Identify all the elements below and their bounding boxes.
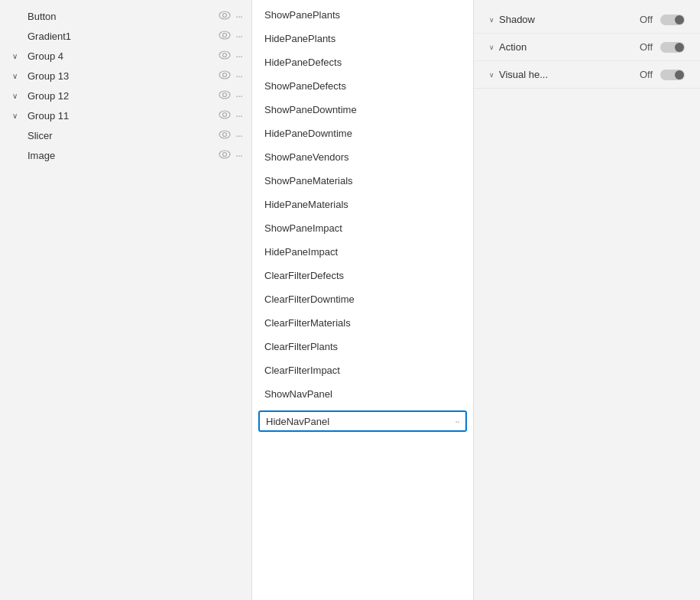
action-item-showpanedefects[interactable]: ShowPaneDefects [252,74,473,98]
property-label-visual-he: Visual he... [499,69,548,80]
svg-point-1 [223,13,227,17]
svg-point-10 [219,111,230,118]
more-options-icon[interactable]: ··· [235,70,242,82]
input-more-icon[interactable]: ·· [455,415,459,427]
property-row-visual-he: ∨Visual he...Off [474,61,700,89]
action-item-clearfilterdefects[interactable]: ClearFilterDefects [252,264,473,287]
property-label-shadow: Shadow [499,14,535,25]
svg-point-14 [219,151,230,158]
svg-point-13 [223,132,227,136]
action-item-showpanevendors[interactable]: ShowPaneVendors [252,145,473,169]
property-label-action: Action [499,41,527,53]
property-toggle-action[interactable] [660,42,685,53]
visibility-icon[interactable] [219,110,231,122]
layer-item-group13[interactable]: ∨Group 13 ··· [0,66,251,86]
layer-label-button: Button [28,11,57,22]
layer-label-group11: Group 11 [28,110,69,122]
layer-label-group12: Group 12 [28,90,69,102]
svg-point-7 [223,73,227,76]
more-options-icon[interactable]: ··· [235,109,242,122]
action-item-hidepanedefects[interactable]: HidePaneDefects [252,50,473,74]
property-expand-icon[interactable]: ∨ [489,16,494,24]
action-name-input[interactable] [266,416,452,427]
more-options-icon[interactable]: ··· [235,50,242,62]
chevron-down-icon: ∨ [12,52,23,60]
layer-item-button[interactable]: Button ··· [0,6,251,26]
svg-point-0 [219,11,230,19]
action-item-showpaneplants[interactable]: ShowPanePlants [252,3,473,27]
property-toggle-shadow[interactable] [660,15,685,25]
svg-point-15 [223,152,227,156]
property-value-visual-he: Off [640,69,653,80]
visibility-icon[interactable] [219,50,231,62]
property-value-action: Off [640,41,653,53]
action-input-row[interactable]: ·· [258,410,467,432]
layer-item-slicer[interactable]: Slicer ··· [0,125,251,145]
property-expand-icon[interactable]: ∨ [489,71,494,79]
visibility-icon[interactable] [219,31,231,42]
svg-point-3 [223,33,227,37]
action-item-hidepanedowntime[interactable]: HidePaneDowntime [252,122,473,145]
layer-label-slicer: Slicer [28,130,53,141]
visibility-icon[interactable] [219,90,231,102]
layer-label-gradient1: Gradient1 [28,31,71,42]
chevron-down-icon: ∨ [12,72,23,80]
more-options-icon[interactable]: ··· [235,89,242,102]
property-row-shadow: ∨ShadowOff [474,6,700,34]
svg-point-11 [223,112,227,116]
layer-item-gradient1[interactable]: Gradient1 ··· [0,26,251,46]
action-item-showpaneimpact[interactable]: ShowPaneImpact [252,216,473,240]
layer-item-group12[interactable]: ∨Group 12 ··· [0,86,251,105]
chevron-down-icon: ∨ [12,92,23,100]
more-options-icon[interactable]: ··· [235,10,242,22]
action-item-clearfiltermaterials[interactable]: ClearFilterMaterials [252,311,473,335]
more-options-icon[interactable]: ··· [235,149,242,161]
more-options-icon[interactable]: ··· [235,30,242,42]
action-item-hidepaneplants[interactable]: HidePanePlants [252,27,473,50]
svg-point-5 [223,53,227,57]
properties-panel: ∨ShadowOff∨ActionOff∨Visual he...Off [474,0,700,600]
action-item-showpanematerials[interactable]: ShowPaneMaterials [252,169,473,193]
action-item-clearfilterdowntime[interactable]: ClearFilterDowntime [252,287,473,311]
action-item-shownavpanel[interactable]: ShowNavPanel [252,382,473,406]
visibility-icon[interactable] [219,70,231,82]
svg-point-6 [219,71,230,79]
action-item-clearfilterimpact[interactable]: ClearFilterImpact [252,358,473,382]
property-row-action: ∨ActionOff [474,34,700,61]
svg-point-8 [219,91,230,99]
property-expand-icon[interactable]: ∨ [489,44,494,51]
action-item-clearfilterplants[interactable]: ClearFilterPlants [252,335,473,358]
layer-item-group4[interactable]: ∨Group 4 ··· [0,46,251,66]
actions-panel: ShowPanePlantsHidePanePlantsHidePaneDefe… [252,0,474,600]
action-item-hidepanematerials[interactable]: HidePaneMaterials [252,193,473,216]
property-value-shadow: Off [640,14,653,25]
property-toggle-visual-he[interactable] [660,70,685,80]
visibility-icon[interactable] [219,11,231,22]
layer-label-group4: Group 4 [28,50,63,62]
svg-point-12 [219,131,230,138]
more-options-icon[interactable]: ··· [235,129,242,141]
layer-item-group11[interactable]: ∨Group 11 ··· [0,105,251,125]
layer-label-group13: Group 13 [28,70,69,82]
action-item-hidepaneimpact[interactable]: HidePaneImpact [252,240,473,264]
chevron-down-icon: ∨ [12,112,23,120]
svg-point-2 [219,31,230,39]
svg-point-4 [219,51,230,59]
layer-label-image: Image [28,150,55,161]
svg-point-9 [223,92,227,96]
visibility-icon[interactable] [219,150,231,161]
action-item-showpanedowntime[interactable]: ShowPaneDowntime [252,98,473,122]
layers-panel: Button ···Gradient1 ···∨Group 4 ···∨Grou… [0,0,252,600]
visibility-icon[interactable] [219,130,231,141]
layer-item-image[interactable]: Image ··· [0,145,251,165]
